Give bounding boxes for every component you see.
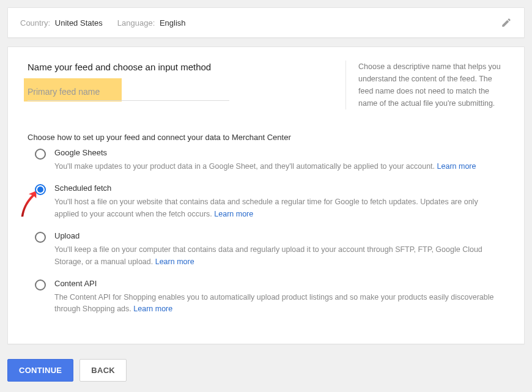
language-pair: Language: English <box>117 18 186 28</box>
radio-google-sheets[interactable] <box>35 149 46 160</box>
learn-more-link[interactable]: Learn more <box>155 257 194 266</box>
feed-setup-card: Name your feed and choose an input metho… <box>7 46 525 344</box>
option-content-api[interactable]: Content API The Content API for Shopping… <box>35 279 504 316</box>
learn-more-link[interactable]: Learn more <box>437 162 476 171</box>
choose-subhead: Choose how to set up your feed and conne… <box>28 133 504 142</box>
radio-scheduled-fetch[interactable] <box>35 184 46 195</box>
section-title: Name your feed and choose an input metho… <box>28 62 323 72</box>
learn-more-link[interactable]: Learn more <box>214 210 253 218</box>
country-value: United States <box>55 18 103 28</box>
footer-actions: CONTINUE BACK <box>7 359 525 382</box>
country-label: Country: <box>20 18 50 28</box>
option-desc: You'll keep a file on your computer that… <box>54 244 504 268</box>
option-upload[interactable]: Upload You'll keep a file on your comput… <box>35 231 504 268</box>
radio-content-api[interactable] <box>35 279 46 290</box>
option-scheduled-fetch[interactable]: Scheduled fetch You'll host a file on yo… <box>35 183 504 220</box>
option-title[interactable]: Content API <box>54 279 504 288</box>
language-label: Language: <box>117 18 155 28</box>
country-pair: Country: United States <box>20 18 103 28</box>
option-google-sheets[interactable]: Google Sheets You'll make updates to you… <box>35 148 504 172</box>
option-desc: You'll make updates to your product data… <box>54 161 504 172</box>
edit-icon[interactable] <box>501 17 512 28</box>
option-desc: The Content API for Shopping enables you… <box>54 292 504 316</box>
settings-summary-bar: Country: United States Language: English <box>7 7 525 38</box>
learn-more-link[interactable]: Learn more <box>133 305 172 313</box>
help-text: Choose a descriptive name that helps you… <box>345 61 504 109</box>
option-title[interactable]: Google Sheets <box>54 148 504 157</box>
continue-button[interactable]: CONTINUE <box>7 359 73 382</box>
primary-feed-name-input[interactable] <box>28 83 229 101</box>
back-button[interactable]: BACK <box>79 359 127 382</box>
radio-upload[interactable] <box>35 232 46 243</box>
language-value: English <box>160 18 186 28</box>
option-title[interactable]: Upload <box>54 231 504 240</box>
option-desc: You'll host a file on your website that … <box>54 196 504 220</box>
option-title[interactable]: Scheduled fetch <box>54 183 504 193</box>
